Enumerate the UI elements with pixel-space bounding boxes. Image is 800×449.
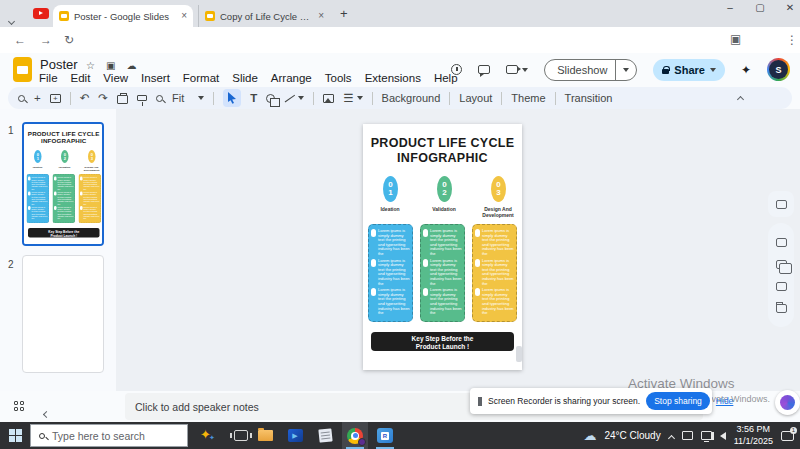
banner-key-step[interactable]: Key Step Before the Product Launch ! [371,332,514,351]
window-maximize-button[interactable]: ▢ [748,2,772,13]
speaker-icon[interactable] [720,432,726,440]
comments-icon[interactable] [478,65,490,74]
column-validation[interactable]: Lorem ipums is simply dummy text the pri… [420,224,465,322]
step-oval-1[interactable]: 01 [383,176,398,202]
forward-icon[interactable]: → [40,33,52,47]
star-document-icon[interactable]: ☆ [86,60,95,71]
print-icon[interactable] [117,95,128,104]
new-tab-button[interactable]: + [340,6,348,21]
background-button[interactable]: Background [382,92,441,104]
menu-insert[interactable]: Insert [141,72,170,84]
reload-icon[interactable]: ↻ [64,33,74,47]
taskbar-file-explorer[interactable] [252,422,278,449]
menu-edit[interactable]: Edit [71,72,91,84]
recorder-tray-icon[interactable] [682,431,693,440]
search-menus-icon[interactable] [18,95,25,102]
step-label-validation[interactable]: Validation [424,206,464,212]
zoom-icon[interactable] [156,95,163,102]
window-minimize-button[interactable]: – [718,2,742,13]
redo-icon[interactable]: ↷ [98,91,108,105]
weather-cloud-icon[interactable]: ☁ [583,428,596,443]
slide-title[interactable]: PRODUCT LIFE CYCLE INFOGRAPHIC [363,136,522,166]
weather-text[interactable]: 24°C Cloudy [604,430,660,441]
start-button[interactable] [0,422,30,449]
folder-icon[interactable] [776,304,787,313]
taskbar-screen-recorder-app[interactable]: R [372,422,398,449]
insert-line-tool[interactable] [284,93,304,104]
new-slide-icon[interactable]: + [50,94,61,103]
copilot-sparkle-icon[interactable]: ✦✦ [198,427,218,445]
pause-icon[interactable] [478,397,482,406]
menu-slide[interactable]: Slide [232,72,258,84]
slideshow-button[interactable]: Slideshow [544,59,637,81]
move-folder-icon[interactable]: ▣ [106,60,115,71]
collapse-toolbar-icon[interactable] [738,92,743,104]
card-icon[interactable] [776,238,787,247]
current-slide[interactable]: PRODUCT LIFE CYCLE INFOGRAPHIC 01 02 03 … [363,124,522,370]
document-title[interactable]: Poster [40,57,78,72]
slides-logo-icon[interactable] [13,57,32,82]
column-design[interactable]: Lorem ipums is simply dummy text the pri… [472,224,517,322]
tab-close-icon[interactable]: × [318,11,324,21]
notification-center-icon[interactable] [781,431,794,441]
collapse-filmstrip-icon[interactable] [44,403,49,421]
insert-shape-icon[interactable] [266,94,275,103]
extensions-icon[interactable]: ▣ [730,32,741,46]
slideshow-dropdown[interactable] [615,60,636,80]
textbox-icon[interactable]: T [250,92,257,104]
tab-copy-of-life-cycle[interactable]: Copy of Life Cycle of a Digital P × [198,5,330,27]
select-tool-button[interactable] [223,89,241,107]
undo-icon[interactable]: ↶ [80,91,90,105]
copy-layers-icon[interactable] [776,260,787,269]
taskbar-search-box[interactable]: Type here to search [30,424,188,447]
version-history-icon[interactable] [451,64,462,75]
hide-link[interactable]: Hide [716,396,733,406]
gemini-sparkle-icon[interactable]: ✦ [741,63,751,77]
youtube-pinned-tab[interactable] [33,8,49,19]
menu-file[interactable]: File [39,72,58,84]
tab-search-chevron-icon[interactable] [9,10,14,28]
slide-canvas[interactable]: PRODUCT LIFE CYCLE INFOGRAPHIC 01 02 03 … [116,109,800,391]
stop-sharing-button[interactable]: Stop sharing [646,392,710,410]
menu-extensions[interactable]: Extensions [365,72,421,84]
taskbar-movies-app[interactable]: ▶ [282,422,308,449]
save-image-icon[interactable] [776,282,787,291]
menu-arrange[interactable]: Arrange [271,72,312,84]
clock[interactable]: 3:56 PM 11/1/2025 [734,424,773,447]
step-oval-2[interactable]: 02 [437,176,452,202]
paint-format-icon[interactable] [137,95,147,101]
share-button[interactable]: Share [653,59,725,81]
back-icon[interactable]: ← [14,33,26,47]
text-align-tool[interactable]: ☰ [343,91,362,105]
menu-view[interactable]: View [103,72,128,84]
grid-view-icon[interactable] [14,401,24,411]
window-close-button[interactable]: ✕ [778,2,800,13]
taskbar-chrome[interactable] [342,422,368,449]
tab-close-icon[interactable]: × [181,11,187,21]
slide-2-thumbnail[interactable] [22,255,104,373]
step-label-design[interactable]: Design And Development [478,206,518,218]
tab-poster[interactable]: Poster - Google Slides × [53,5,193,27]
step-oval-3[interactable]: 03 [491,176,506,202]
slide-1-thumbnail[interactable]: PRODUCT LIFE CYCLE INFOGRAPHIC 01 02 03 … [22,122,104,246]
user-avatar[interactable]: S [767,58,790,81]
theme-button[interactable]: Theme [511,92,545,104]
meet-button[interactable] [506,65,528,74]
task-view-button[interactable] [234,430,248,441]
tray-expand-icon[interactable] [669,427,674,445]
browser-menu-icon[interactable]: ⋮ [786,33,798,47]
share-dropdown-icon[interactable] [710,68,716,72]
zoom-select[interactable]: Fit [172,92,204,104]
banner-line-2: Product Launch ! [371,343,514,351]
insert-image-icon[interactable] [323,94,334,103]
transition-button[interactable]: Transition [565,92,613,104]
column-ideation[interactable]: Lorem ipums is simply dummy text the pri… [368,224,413,322]
step-label-ideation[interactable]: Ideation [370,206,410,212]
menu-tools[interactable]: Tools [325,72,352,84]
layout-button[interactable]: Layout [459,92,492,104]
taskbar-notes-app[interactable] [312,422,338,449]
menu-format[interactable]: Format [183,72,219,84]
zoom-add-icon[interactable]: + [34,92,41,104]
side-panel-capture-button[interactable] [768,191,794,217]
recorder-floating-widget[interactable] [775,390,800,415]
